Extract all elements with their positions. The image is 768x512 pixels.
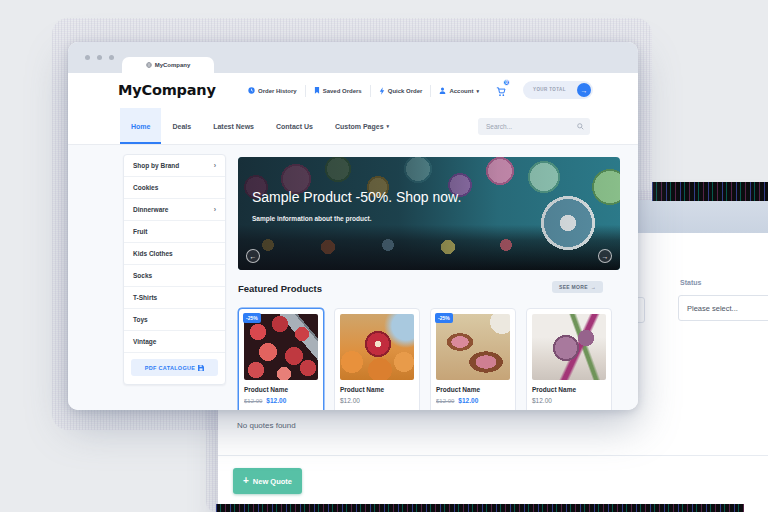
order-history-icon	[248, 87, 255, 94]
nav-label: Quick Order	[388, 88, 423, 94]
product-card[interactable]: -25% Product Name $12.00 $12.00	[238, 308, 324, 410]
new-quote-button[interactable]: + New Quote	[233, 468, 302, 494]
sidebar-label: Dinnerware	[133, 206, 168, 213]
category-sidebar: Shop by Brand › Cookies Dinnerware › Fru…	[123, 154, 226, 385]
new-quote-label: New Quote	[253, 477, 292, 486]
sidebar-label: Shop by Brand	[133, 162, 179, 169]
price: $12.00	[532, 397, 552, 404]
discount-badge: -25%	[243, 313, 261, 323]
sidebar-item-shop-by-brand[interactable]: Shop by Brand ›	[124, 155, 225, 177]
your-total-label: YOUR TOTAL	[533, 87, 566, 92]
nav-saved-orders[interactable]: Saved Orders	[306, 87, 370, 94]
search-icon	[577, 123, 584, 130]
site-logo[interactable]: MyCompany	[118, 82, 216, 98]
sidebar-item-fruit[interactable]: Fruit	[124, 221, 225, 243]
main-menu: Home Deals Latest News Contact Us Custom…	[68, 108, 638, 145]
divider	[218, 455, 768, 456]
product-image-pomegranate	[340, 314, 414, 380]
nav-label: Account	[449, 88, 473, 94]
see-more-button[interactable]: SEE MORE →	[552, 281, 603, 293]
search-box	[478, 118, 590, 135]
menu-item-deals[interactable]: Deals	[161, 108, 202, 144]
menu-item-contact-us[interactable]: Contact Us	[265, 108, 324, 144]
sidebar-label: Socks	[133, 272, 152, 279]
cart-icon	[496, 87, 506, 97]
product-name: Product Name	[532, 386, 606, 393]
globe-icon	[146, 62, 152, 68]
window-control-dot[interactable]	[97, 55, 102, 60]
status-select[interactable]: Please select...	[678, 295, 768, 321]
sidebar-label: Kids Clothes	[133, 250, 173, 257]
nav-label: Order History	[258, 88, 297, 94]
plus-icon: +	[243, 476, 249, 486]
product-card[interactable]: Product Name $12.00	[334, 308, 420, 410]
save-icon	[198, 365, 204, 371]
chevron-down-icon: ▾	[476, 88, 479, 94]
arrow-right-icon: →	[591, 284, 596, 290]
sidebar-label: Cookies	[133, 184, 158, 191]
hero-banner[interactable]: Sample Product -50%. Shop now. Sample in…	[238, 157, 620, 270]
your-total-pill[interactable]: YOUR TOTAL →	[523, 81, 593, 99]
lightning-icon	[379, 87, 385, 95]
bookmark-icon	[314, 87, 320, 94]
sidebar-label: Toys	[133, 316, 148, 323]
carousel-prev-button[interactable]: ←	[246, 249, 260, 263]
product-card[interactable]: Product Name $12.00	[526, 308, 612, 410]
cart-button[interactable]: 0	[496, 83, 506, 101]
window-control-dot[interactable]	[85, 55, 90, 60]
menu-label: Latest News	[213, 123, 254, 130]
hero-title: Sample Product -50%. Shop now.	[252, 189, 461, 205]
menu-label: Home	[131, 123, 150, 130]
nav-quick-order[interactable]: Quick Order	[371, 87, 431, 95]
checkout-arrow-button[interactable]: →	[577, 83, 591, 97]
chevron-down-icon: ▾	[387, 123, 390, 129]
product-image-strawberries	[244, 314, 318, 380]
user-icon	[439, 87, 446, 94]
window-control-dot[interactable]	[109, 55, 114, 60]
hero-subtitle: Sample information about the product.	[252, 215, 372, 222]
menu-item-latest-news[interactable]: Latest News	[202, 108, 265, 144]
sidebar-item-dinnerware[interactable]: Dinnerware ›	[124, 199, 225, 221]
product-card[interactable]: -25% Product Name $12.00 $12.00	[430, 308, 516, 410]
product-name: Product Name	[340, 386, 414, 393]
nav-label: Saved Orders	[323, 88, 362, 94]
sidebar-label: Fruit	[133, 228, 147, 235]
price: $12.00	[266, 397, 286, 404]
sidebar-item-t-shirts[interactable]: T-Shirts	[124, 287, 225, 309]
menu-item-home[interactable]: Home	[120, 108, 161, 144]
nav-order-history[interactable]: Order History	[240, 87, 305, 94]
sidebar-label: T-Shirts	[133, 294, 157, 301]
header-nav: Order History Saved Orders Quick Order	[240, 73, 487, 108]
search-input[interactable]	[484, 122, 573, 131]
sidebar-item-toys[interactable]: Toys	[124, 309, 225, 331]
screenshot-stage: Status Please select... No quotes found …	[0, 0, 768, 512]
cart-badge: 0	[503, 79, 510, 86]
nav-account[interactable]: Account ▾	[431, 87, 487, 94]
product-image-beets	[532, 314, 606, 380]
pdf-catalogue-button[interactable]: PDF CATALOGUE	[131, 359, 218, 376]
page-content: Shop by Brand › Cookies Dinnerware › Fru…	[68, 145, 638, 410]
glitch-artifact	[652, 182, 768, 201]
carousel-next-button[interactable]: →	[598, 249, 612, 263]
sidebar-item-cookies[interactable]: Cookies	[124, 177, 225, 199]
old-price: $12.00	[244, 398, 262, 404]
site-header: MyCompany Order History Saved Orders	[68, 73, 638, 108]
sidebar-item-kids-clothes[interactable]: Kids Clothes	[124, 243, 225, 265]
browser-window: MyCompany MyCompany Order History	[68, 42, 638, 410]
old-price: $12.00	[436, 398, 454, 404]
window-controls	[85, 55, 114, 60]
menu-item-custom-pages[interactable]: Custom Pages ▾	[324, 108, 400, 144]
sidebar-item-socks[interactable]: Socks	[124, 265, 225, 287]
product-name: Product Name	[436, 386, 510, 393]
chevron-right-icon: ›	[214, 162, 216, 169]
sidebar-item-vintage[interactable]: Vintage	[124, 331, 225, 353]
discount-badge: -25%	[435, 313, 453, 323]
featured-products-title: Featured Products	[238, 283, 322, 294]
tab-title: MyCompany	[155, 62, 191, 68]
sidebar-label: Vintage	[133, 338, 156, 345]
browser-tab[interactable]: MyCompany	[122, 57, 214, 73]
chevron-right-icon: ›	[214, 206, 216, 213]
product-name: Product Name	[244, 386, 318, 393]
product-grid: -25% Product Name $12.00 $12.00 Product …	[238, 308, 612, 410]
price: $12.00	[458, 397, 478, 404]
